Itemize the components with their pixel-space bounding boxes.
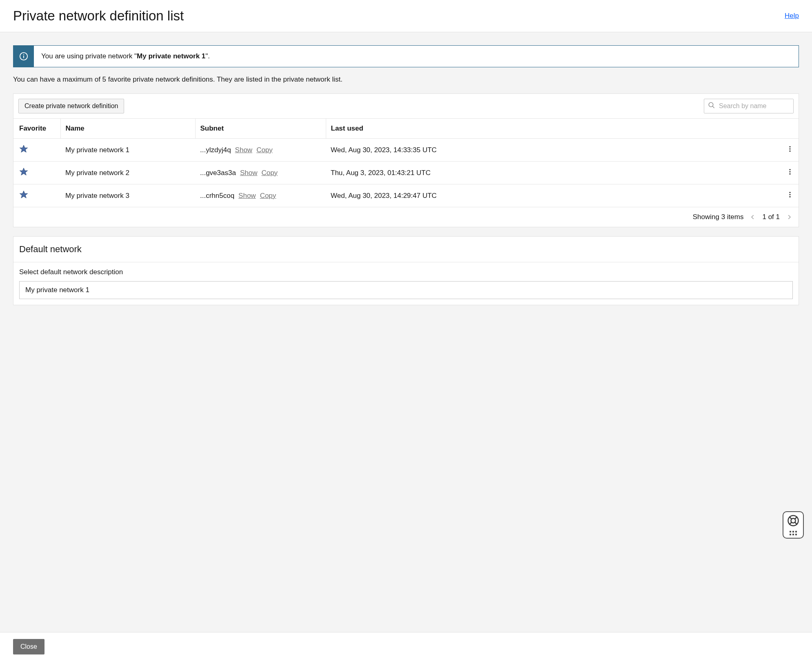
show-subnet-link[interactable]: Show (240, 169, 258, 177)
page-footer: Close (0, 632, 812, 661)
prev-page-button[interactable] (750, 214, 756, 220)
favorite-star-icon[interactable] (19, 190, 28, 199)
svg-point-12 (790, 173, 791, 175)
floating-help-widget[interactable] (783, 511, 804, 539)
default-network-select[interactable]: My private network 1 (19, 281, 793, 299)
svg-point-3 (709, 102, 713, 107)
banner-suffix: ". (205, 52, 210, 60)
subnet-fragment: ...gve3as3a (200, 169, 236, 177)
favorite-star-icon[interactable] (19, 144, 28, 153)
network-list-card: Create private network definition Favori… (13, 93, 799, 227)
svg-point-14 (790, 192, 791, 193)
create-network-button[interactable]: Create private network definition (18, 99, 124, 113)
showing-text: Showing 3 items (693, 213, 744, 221)
info-banner: You are using private network "My privat… (13, 45, 799, 67)
svg-point-11 (790, 171, 791, 173)
table-row: My private network 2...gve3as3aShowCopyT… (13, 162, 799, 184)
table-row: My private network 3...crhn5coqShowCopyW… (13, 184, 799, 207)
subnet-fragment: ...crhn5coq (200, 192, 234, 200)
default-network-title: Default network (13, 237, 799, 262)
table-header-row: Favorite Name Subnet Last used (13, 119, 799, 139)
svg-point-6 (790, 146, 791, 147)
search-icon (708, 102, 715, 111)
col-favorite[interactable]: Favorite (13, 119, 60, 139)
svg-marker-13 (20, 191, 27, 198)
search-input[interactable] (704, 99, 794, 113)
favorite-star-icon[interactable] (19, 167, 28, 176)
default-network-card: Default network Select default network d… (13, 236, 799, 305)
svg-line-20 (795, 517, 797, 519)
row-more-menu-button[interactable] (786, 191, 794, 198)
default-network-body: Select default network description My pr… (13, 262, 799, 305)
banner-prefix: You are using private network " (41, 52, 137, 60)
help-link[interactable]: Help (785, 12, 799, 20)
pagination-bar: Showing 3 items 1 of 1 (13, 207, 799, 227)
row-last-used: Wed, Aug 30, 2023, 14:29:47 UTC (331, 192, 437, 200)
subtitle-text: You can have a maximum of 5 favorite pri… (13, 75, 799, 84)
lifebuoy-icon (787, 515, 799, 528)
svg-marker-5 (20, 145, 27, 152)
row-more-menu-button[interactable] (786, 168, 794, 175)
copy-subnet-link[interactable]: Copy (260, 192, 276, 200)
svg-point-18 (791, 518, 795, 523)
col-last-used[interactable]: Last used (326, 119, 799, 139)
show-subnet-link[interactable]: Show (238, 192, 256, 200)
svg-line-19 (789, 517, 792, 519)
copy-subnet-link[interactable]: Copy (256, 146, 273, 154)
next-page-button[interactable] (786, 214, 792, 220)
row-name: My private network 2 (65, 169, 129, 177)
copy-subnet-link[interactable]: Copy (261, 169, 278, 177)
apps-grid-icon (790, 531, 797, 535)
banner-network-name: My private network 1 (137, 52, 205, 60)
table-row: My private network 1...ylzdyj4qShowCopyW… (13, 139, 799, 162)
info-icon (13, 46, 34, 67)
content-area: You are using private network "My privat… (0, 32, 812, 632)
info-banner-text: You are using private network "My privat… (34, 46, 217, 67)
row-last-used: Thu, Aug 3, 2023, 01:43:21 UTC (331, 169, 431, 177)
svg-marker-9 (20, 168, 27, 175)
svg-rect-1 (23, 55, 24, 58)
svg-point-16 (790, 196, 791, 197)
network-table: Favorite Name Subnet Last used My privat… (13, 119, 799, 207)
list-toolbar: Create private network definition (13, 94, 799, 119)
svg-point-7 (790, 149, 791, 150)
svg-line-22 (795, 522, 797, 525)
search-wrap (704, 99, 794, 113)
show-subnet-link[interactable]: Show (235, 146, 253, 154)
row-last-used: Wed, Aug 30, 2023, 14:33:35 UTC (331, 146, 437, 154)
row-more-menu-button[interactable] (786, 145, 794, 153)
default-network-selected: My private network 1 (25, 286, 89, 294)
page-title: Private network definition list (13, 8, 184, 24)
default-network-description: Select default network description (19, 268, 793, 276)
row-name: My private network 1 (65, 146, 129, 154)
page-indicator: 1 of 1 (762, 213, 780, 221)
svg-point-15 (790, 194, 791, 195)
svg-line-21 (789, 522, 792, 525)
svg-line-4 (712, 106, 714, 108)
col-name[interactable]: Name (60, 119, 195, 139)
svg-point-10 (790, 169, 791, 170)
col-subnet[interactable]: Subnet (195, 119, 326, 139)
close-button[interactable]: Close (13, 639, 44, 654)
subnet-fragment: ...ylzdyj4q (200, 146, 231, 154)
row-name: My private network 3 (65, 192, 129, 200)
page-header: Private network definition list Help (0, 0, 812, 32)
svg-point-8 (790, 151, 791, 152)
svg-rect-2 (23, 54, 24, 55)
